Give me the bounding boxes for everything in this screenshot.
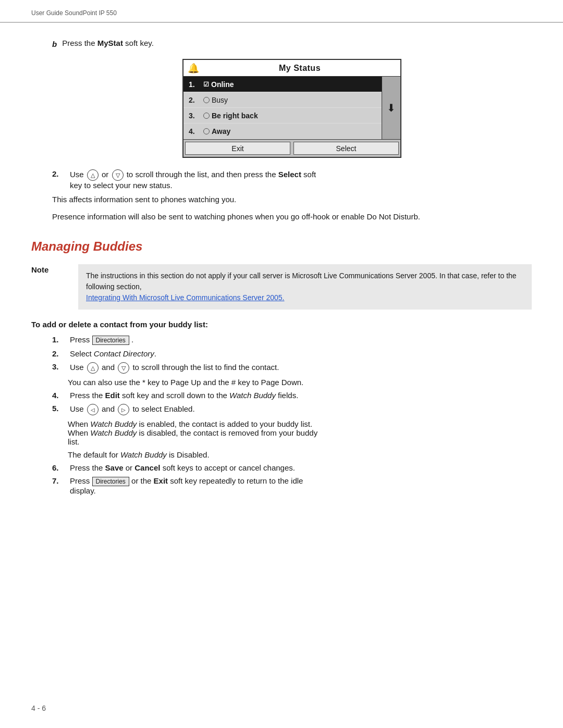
step-list-2: 2. Select Contact Directory. xyxy=(52,349,532,358)
right-arrow-icon: ▷ xyxy=(118,404,129,415)
phone-softkey-exit[interactable]: Exit xyxy=(185,142,290,155)
phone-menu-item-1[interactable]: 1. ☑ Online xyxy=(183,77,382,92)
phone-screen: 🔔 My Status 1. ☑ Online 2. Busy xyxy=(182,59,401,158)
item-num-1: 1. xyxy=(189,80,201,89)
step2-content: Use △ or ▽ to scroll through the list, a… xyxy=(70,169,532,190)
note-link[interactable]: Integrating With Microsoft Live Communic… xyxy=(86,293,285,302)
step-list-7-content: Press Directories or the Exit soft key r… xyxy=(70,476,532,495)
step-1-content: Press Directories . xyxy=(70,335,532,345)
step-list-5-number: 5. xyxy=(52,404,68,413)
exit-key: Exit xyxy=(154,476,168,485)
step-list-2-number: 2. xyxy=(52,349,68,358)
section-heading: Managing Buddies xyxy=(31,239,532,254)
phone-menu-items: 1. ☑ Online 2. Busy 3. Be right back xyxy=(183,77,382,139)
watch-buddy-text-4: Watch Buddy xyxy=(120,450,167,459)
watch-buddy-text-2: Watch Buddy xyxy=(90,419,137,428)
step-list-6-number: 6. xyxy=(52,463,68,472)
radio-icon-2 xyxy=(203,97,210,103)
step-1-number: 1. xyxy=(52,335,68,344)
edit-key: Edit xyxy=(105,391,120,400)
steps-list: 1. Press Directories . 2. Select Contact… xyxy=(31,335,532,495)
item-num-3: 3. xyxy=(189,112,201,120)
note-label: Note xyxy=(31,265,73,274)
item-num-4: 4. xyxy=(189,127,201,135)
para1: This affects information sent to phones … xyxy=(31,194,532,206)
phone-screen-header: 🔔 My Status xyxy=(183,60,400,77)
step-list-5-content: Use ◁ and ▷ to select Enabled. xyxy=(70,404,532,415)
note-box: The instructions in this section do not … xyxy=(78,264,532,310)
down-arrow-icon-2: ▽ xyxy=(118,362,129,374)
mystat-key: MyStat xyxy=(97,39,123,47)
step-list-7: 7. Press Directories or the Exit soft ke… xyxy=(52,476,532,495)
item-label-1: Online xyxy=(211,80,234,89)
step-list-7-number: 7. xyxy=(52,476,68,485)
note-text: The instructions in this section do not … xyxy=(86,272,517,291)
step-list-6: 6. Press the Save or Cancel soft keys to… xyxy=(52,463,532,472)
up-arrow-icon-2: △ xyxy=(87,362,99,374)
select-key: Select xyxy=(278,170,301,179)
watch-buddy-text-1: Watch Buddy xyxy=(229,391,276,400)
item-label-3: Be right back xyxy=(212,112,258,120)
step-b-section: b Press the MyStat soft key. xyxy=(31,39,532,48)
step-1: 1. Press Directories . xyxy=(52,335,532,345)
check-icon-1: ☑ xyxy=(203,81,209,88)
step-list-3-number: 3. xyxy=(52,362,68,371)
save-key: Save xyxy=(105,463,124,472)
item-num-2: 2. xyxy=(189,96,201,104)
header-title: User Guide SoundPoint IP 550 xyxy=(31,9,117,17)
radio-icon-4 xyxy=(203,128,210,134)
phone-softkeys: Exit Select xyxy=(183,139,400,157)
step-list-4: 4. Press the Edit soft key and scroll do… xyxy=(52,391,532,400)
phone-menu-item-3[interactable]: 3. Be right back xyxy=(183,108,382,124)
page-number: 4 - 6 xyxy=(31,704,46,712)
watch-buddy-enabled-note: When Watch Buddy is enabled, the contact… xyxy=(68,419,532,446)
page-header: User Guide SoundPoint IP 550 xyxy=(0,0,563,22)
radio-icon-3 xyxy=(203,113,210,119)
step2-number: 2. xyxy=(52,169,68,178)
step-list-4-content: Press the Edit soft key and scroll down … xyxy=(70,391,532,400)
directories-button-2[interactable]: Directories xyxy=(92,477,129,486)
step2: 2. Use △ or ▽ to scroll through the list… xyxy=(52,169,532,190)
item-label-4: Away xyxy=(212,127,230,135)
phone-scroll-area: 1. ☑ Online 2. Busy 3. Be right back xyxy=(183,77,400,139)
watch-buddy-default-note-content: The default for Watch Buddy is Disabled. xyxy=(68,450,532,459)
item-label-2: Busy xyxy=(212,96,228,104)
step-list-5: 5. Use ◁ and ▷ to select Enabled. xyxy=(52,404,532,415)
step-list-2-content: Select Contact Directory. xyxy=(70,349,532,358)
watch-buddy-default-note: The default for Watch Buddy is Disabled. xyxy=(68,450,532,459)
step-list-4-number: 4. xyxy=(52,391,68,400)
sub-heading: To add or delete a contact from your bud… xyxy=(31,320,532,329)
step-b-text: Press the MyStat soft key. xyxy=(62,39,532,47)
phone-menu-item-4[interactable]: 4. Away xyxy=(183,124,382,139)
step2-section: 2. Use △ or ▽ to scroll through the list… xyxy=(31,169,532,190)
contact-directory-text: Contact Directory xyxy=(94,349,154,358)
step-note-keys-content: You can also use the * key to Page Up an… xyxy=(68,378,532,387)
directories-button-1[interactable]: Directories xyxy=(92,336,129,345)
step-list-3: 3. Use △ and ▽ to scroll through the lis… xyxy=(52,362,532,374)
phone-softkey-select[interactable]: Select xyxy=(293,142,399,155)
watch-buddy-text-3: Watch Buddy xyxy=(90,428,137,437)
para2: Presence information will also be sent t… xyxy=(31,211,532,223)
step-list-3-content: Use △ and ▽ to scroll through the list t… xyxy=(70,362,532,374)
cancel-key: Cancel xyxy=(134,463,160,472)
step-note-keys: You can also use the * key to Page Up an… xyxy=(68,378,532,387)
left-arrow-icon: ◁ xyxy=(87,404,99,415)
note-container: Note The instructions in this section do… xyxy=(31,264,532,310)
phone-screen-container: 🔔 My Status 1. ☑ Online 2. Busy xyxy=(52,59,532,158)
up-arrow-icon: △ xyxy=(87,169,99,181)
phone-menu-item-2[interactable]: 2. Busy xyxy=(183,92,382,108)
phone-screen-title: My Status xyxy=(203,64,396,73)
phone-icon: 🔔 xyxy=(188,63,199,74)
phone-scroll-down[interactable]: ⬇ xyxy=(382,77,400,139)
step-list-6-content: Press the Save or Cancel soft keys to ac… xyxy=(70,463,532,472)
down-arrow-icon: ▽ xyxy=(112,169,124,181)
step-b-label: b xyxy=(52,40,57,48)
watch-buddy-enabled-note-content: When Watch Buddy is enabled, the contact… xyxy=(68,419,532,446)
